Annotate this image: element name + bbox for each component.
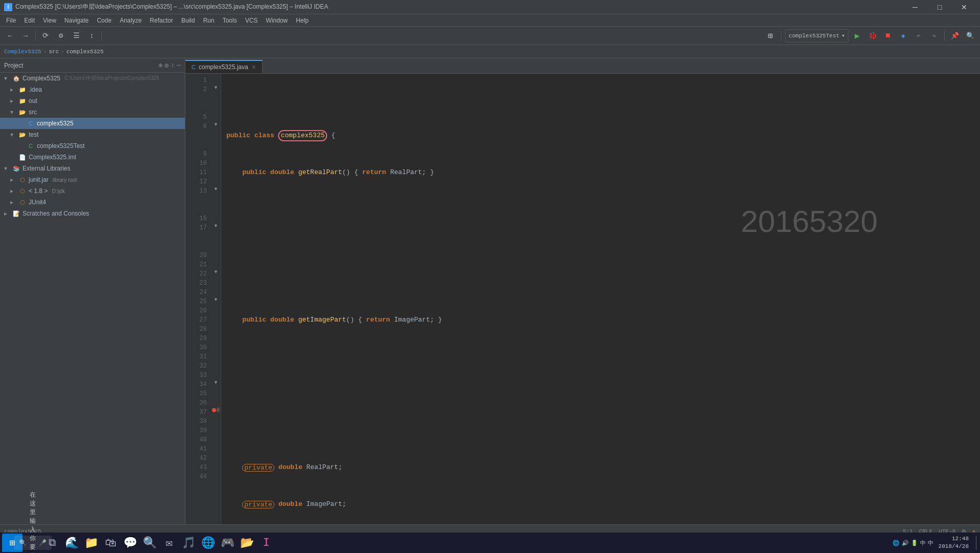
settings-button[interactable]: ⚙ (54, 29, 68, 43)
pin-button[interactable]: 📌 (948, 29, 962, 42)
fold-arrow-22[interactable]: ▼ (214, 269, 217, 275)
sidebar-icon-4[interactable]: — (177, 61, 181, 70)
taskbar-search-btn[interactable]: 🔍 在这里输入你要搜索的内容 🎤 (24, 534, 42, 552)
tree-item-out[interactable]: ▸ 📁 out (0, 95, 185, 107)
ln-30: 30 (185, 343, 207, 352)
run-button[interactable]: ▶ (850, 29, 864, 42)
sidebar-icon-3[interactable]: ↕ (171, 61, 175, 70)
tree-item-junit[interactable]: ▸ ⬡ junit.jar library root (0, 174, 185, 185)
menu-refactor[interactable]: Refactor (146, 16, 177, 25)
menu-run[interactable]: Run (199, 16, 219, 25)
breadcrumb-root[interactable]: Complex5325 (4, 49, 41, 55)
ln-1: 1 (185, 76, 207, 85)
taskbar-app-store[interactable]: 🛍 (101, 534, 120, 552)
menu-analyze[interactable]: Analyze (116, 16, 146, 25)
taskbar-app-files2[interactable]: 📂 (238, 534, 256, 552)
tree-item-src[interactable]: ▾ 📂 src (0, 107, 185, 118)
ln-7 (185, 131, 207, 140)
menu-file[interactable]: File (2, 16, 20, 25)
close-button[interactable]: ✕ (952, 0, 976, 14)
taskbar-app-edge[interactable]: 🌊 (62, 534, 81, 552)
tree-item-scratches[interactable]: ▸ 📝 Scratches and Consoles (0, 208, 185, 219)
sort-button[interactable]: ↕ (84, 29, 99, 43)
tab-complex5325[interactable]: C complex5325.java ✕ (185, 60, 263, 73)
sidebar-icons[interactable]: ⊕ ⚙ ↕ — (159, 61, 181, 70)
taskbar-app-explorer[interactable]: 📁 (82, 534, 100, 552)
menu-code[interactable]: Code (93, 16, 116, 25)
window-controls[interactable]: ─ □ ✕ (903, 0, 976, 14)
sync-button[interactable]: ⟳ (38, 29, 53, 43)
menu-window[interactable]: Window (262, 16, 292, 25)
tree-item-test-java[interactable]: C complex5325Test (0, 140, 185, 152)
ln-38: 38 (185, 417, 207, 426)
menu-help[interactable]: Help (292, 16, 313, 25)
fold-arrow-34[interactable]: ▼ (214, 380, 217, 386)
show-desktop[interactable] (976, 536, 978, 550)
taskbar-app-games[interactable]: 🎮 (218, 534, 237, 552)
maximize-button[interactable]: □ (928, 0, 951, 14)
back-button[interactable]: ← (3, 29, 17, 43)
coverage-button[interactable]: ◈ (897, 29, 910, 42)
tree-label-external-libs: External Libraries (23, 165, 70, 172)
code-content[interactable]: 20165320 public class complex5325 { publ… (221, 74, 980, 524)
forward-button[interactable]: → (18, 29, 33, 43)
breadcrumb-file[interactable]: complex5325 (67, 49, 104, 55)
tree-item-idea[interactable]: ▸ 📁 .idea (0, 84, 185, 95)
menu-edit[interactable]: Edit (20, 16, 39, 25)
tree-item-jdk[interactable]: ▸ ⬡ < 1.8 > D:\jdk (0, 185, 185, 197)
stop-button[interactable]: ■ (881, 29, 894, 42)
taskbar-app-intellij[interactable]: I (257, 534, 275, 552)
private-keyword-10: private (242, 464, 274, 472)
menu-navigate[interactable]: Navigate (60, 16, 93, 25)
menu-build[interactable]: Build (177, 16, 199, 25)
menu-tools[interactable]: Tools (219, 16, 241, 25)
taskbar-app-music[interactable]: 🎵 (179, 534, 198, 552)
taskbar: ⊞ 🔍 在这里输入你要搜索的内容 🎤 ⧉ 🌊 📁 🛍 💬 🔍 ✉ 🎵 🌐 🎮 📂… (0, 533, 980, 553)
debug-button[interactable]: 🐞 (866, 29, 879, 42)
tree-item-junit4[interactable]: ▸ ⬡ JUnit4 (0, 197, 185, 208)
tree-label-junit4: JUnit4 (29, 199, 46, 206)
menu-vcs[interactable]: VCS (241, 16, 262, 25)
lang-icon: 中 (920, 539, 926, 547)
breadcrumb-src[interactable]: src (49, 49, 59, 55)
system-clock[interactable]: 12:48 2018/4/28 (935, 535, 972, 551)
taskbar-app-chat[interactable]: 💬 (121, 534, 139, 552)
task-view-button[interactable]: ⧉ (43, 534, 61, 552)
layout-button[interactable]: ☰ (69, 29, 83, 43)
search-everywhere[interactable]: 🔍 (964, 29, 977, 42)
gutter-44 (211, 470, 221, 479)
tree-item-external-libs[interactable]: ▾ 📚 External Libraries (0, 163, 185, 174)
sidebar-icon-1[interactable]: ⊕ (159, 61, 163, 70)
ln-15 (185, 205, 207, 214)
fold-arrow-6[interactable]: ▼ (214, 122, 217, 127)
tree-label-scratches: Scratches and Consoles (23, 210, 89, 217)
fold-arrow-13[interactable]: ▼ (214, 186, 217, 192)
structure-button[interactable]: ⊞ (763, 29, 777, 43)
minimize-button[interactable]: ─ (903, 0, 927, 14)
code-editor[interactable]: 1 2 5 6 9 10 11 12 13 16 17 20 (185, 74, 980, 524)
taskbar-app-mail[interactable]: ✉ (160, 534, 178, 552)
sidebar-icon-2[interactable]: ⚙ (165, 61, 169, 70)
menu-view[interactable]: View (39, 16, 60, 25)
fold-arrow-17[interactable]: ▼ (214, 223, 217, 229)
gutter-30 (211, 341, 221, 350)
taskbar-app-search[interactable]: 🔍 (140, 534, 159, 552)
fold-arrow-2[interactable]: ▼ (214, 85, 217, 91)
tree-item-complex5325-java[interactable]: C complex5325 (0, 118, 185, 129)
collapse-arrow-libs: ▾ (4, 165, 10, 172)
tab-close[interactable]: ✕ (251, 64, 256, 71)
fold-arrow-25[interactable]: ▼ (214, 297, 217, 303)
run-config-dropdown[interactable]: complex5325Test ▾ (785, 29, 848, 42)
ln-9: 9 (185, 150, 207, 159)
sidebar: Project ⊕ ⚙ ↕ — ▾ 🏠 Complex5325 C:\Users… (0, 58, 185, 524)
breakpoint-37[interactable] (212, 408, 216, 412)
gutter-29 (211, 332, 221, 341)
redo-button[interactable]: ↷ (927, 29, 941, 42)
undo-button[interactable]: ↶ (912, 29, 925, 42)
app-icon: I (4, 3, 12, 11)
tree-item-test[interactable]: ▾ 📂 test (0, 129, 185, 140)
taskbar-app-browser2[interactable]: 🌐 (199, 534, 217, 552)
tree-item-complex5325[interactable]: ▾ 🏠 Complex5325 C:\Users\申层\IdeaProjects… (0, 73, 185, 84)
tree-item-iml[interactable]: 📄 Complex5325.iml (0, 152, 185, 163)
junit4-icon: ⬡ (18, 198, 27, 206)
